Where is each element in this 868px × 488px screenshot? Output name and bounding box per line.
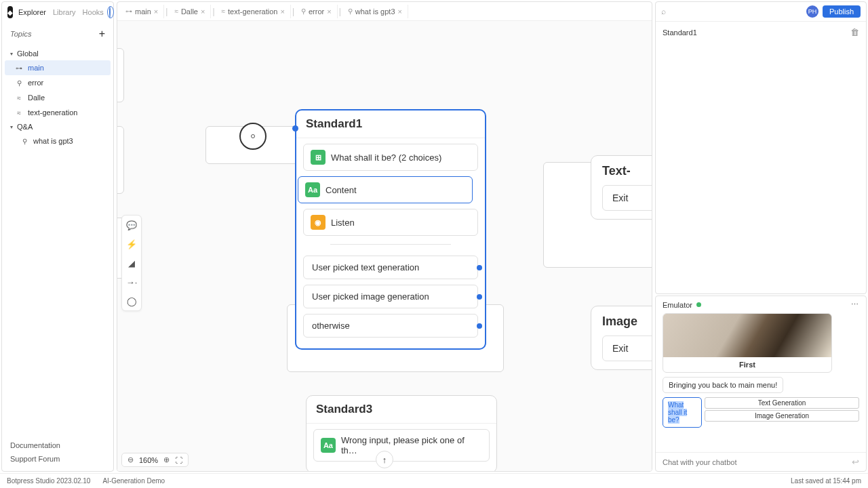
node-image-peek[interactable]: Image Exit (591, 306, 652, 370)
text-icon: Aa (305, 182, 320, 197)
choice-text-gen[interactable]: Text Generation (705, 397, 859, 409)
close-icon[interactable]: × (327, 7, 331, 16)
search-icon: ⌕ (661, 7, 666, 16)
tool-comment[interactable]: 💬 (125, 218, 138, 232)
last-saved: Last saved at 15:44 pm (791, 477, 861, 485)
branch-image[interactable]: User picked image generation (303, 285, 478, 308)
sidebar-item-error[interactable]: ⚲ error (5, 75, 111, 90)
tool-transition[interactable]: →· (125, 275, 138, 289)
card-listen[interactable]: ◉ Listen (303, 209, 478, 236)
tab-error[interactable]: ⚲error× (296, 5, 338, 18)
inspector-title: Standard1 (663, 28, 697, 37)
tool-chat[interactable]: ◯ (125, 294, 138, 308)
listen-icon: ◉ (311, 215, 326, 230)
card-wrong-input[interactable]: Aa Wrong input, please pick one of th… (313, 429, 490, 462)
tool-hook[interactable]: ◢ (125, 256, 138, 270)
card-choices[interactable]: ⊞ What shall it be? (2 choices) (303, 144, 478, 171)
port-in[interactable] (292, 125, 298, 131)
close-icon[interactable]: × (201, 7, 205, 16)
flow-icon: ⚲ (14, 78, 24, 87)
start-node[interactable] (239, 123, 267, 150)
app-logo: ◆ (7, 6, 13, 18)
zoom-fit-button[interactable]: ⛶ (175, 456, 182, 464)
zoom-level: 160% (139, 456, 158, 464)
node-text-peek[interactable]: Text- Exit (591, 155, 652, 220)
publish-button[interactable]: Publish (823, 5, 861, 18)
emulator-title: Emulator (663, 301, 692, 309)
tab-dalle[interactable]: ≈Dalle× (169, 5, 211, 18)
node-title: Image (602, 314, 652, 329)
chat-caption: First (663, 357, 831, 372)
topics-label: Topics (10, 30, 31, 38)
group-global[interactable]: ▾ Global (5, 47, 111, 60)
more-button[interactable]: ⋯ (851, 300, 859, 309)
right-rail: ⌕ PH Publish Standard1 🗑 Emulator ⋯ Firs… (655, 1, 867, 472)
bg-node (117, 126, 124, 194)
flow-icon: ⊶ (14, 63, 24, 73)
zoom-out-button[interactable]: ⊖ (127, 455, 134, 464)
close-icon[interactable]: × (398, 7, 402, 16)
node-title: Standard3 (307, 396, 496, 424)
tab-main[interactable]: ⊶main× (120, 5, 164, 18)
caret-down-icon: ▾ (10, 51, 13, 57)
branch-text[interactable]: User picked text generation (303, 256, 478, 279)
chat-image (663, 314, 831, 357)
topic-tree: ▾ Global ⊶ main ⚲ error ≈ Dalle ≈ text-g… (2, 45, 113, 433)
nav-explorer[interactable]: Explorer (18, 8, 46, 16)
globe-icon[interactable] (109, 6, 111, 18)
search-input[interactable] (670, 7, 802, 16)
sidebar-item-main[interactable]: ⊶ main (5, 60, 111, 75)
tool-action[interactable]: ⚡ (125, 237, 138, 251)
text-icon: Aa (321, 438, 336, 453)
zoom-controls: ⊖ 160% ⊕ ⛶ (121, 453, 189, 467)
group-qa[interactable]: ▾ Q&A (5, 120, 111, 134)
close-icon[interactable]: × (280, 7, 284, 16)
add-topic-button[interactable]: + (99, 28, 105, 40)
branch-otherwise[interactable]: otherwise (303, 314, 478, 338)
nav-tabs: Explorer Library Hooks (18, 8, 104, 16)
flow-icon: ≈ (14, 108, 24, 117)
caret-down-icon: ▾ (10, 124, 13, 130)
inspector-panel: ⌕ PH Publish Standard1 🗑 (655, 1, 867, 294)
sidebar: ◆ Explorer Library Hooks Topics + ▾ Glob… (1, 1, 114, 472)
close-icon[interactable]: × (154, 7, 158, 16)
choice-image-gen[interactable]: Image Generation (705, 410, 859, 422)
sidebar-item-textgen[interactable]: ≈ text-generation (5, 105, 111, 120)
nav-hooks[interactable]: Hooks (83, 8, 104, 16)
emulator-panel: Emulator ⋯ First Bringing you back to ma… (655, 296, 867, 472)
flow-icon: ≈ (14, 93, 24, 102)
choices-icon: ⊞ (311, 150, 326, 165)
card-content[interactable]: Aa Content (298, 176, 473, 203)
choice-row: What shall it be? Text Generation Image … (663, 397, 859, 428)
canvas-tools: 💬 ⚡ ◢ →· ◯ (121, 215, 142, 311)
nav-library[interactable]: Library (53, 8, 76, 16)
link-support[interactable]: Support Forum (10, 452, 105, 466)
scroll-up-button[interactable]: ↑ (376, 451, 393, 468)
zoom-in-button[interactable]: ⊕ (163, 455, 170, 464)
tab-gpt3[interactable]: ⚲what is gpt3× (342, 5, 408, 18)
node-standard3[interactable]: Standard3 Aa Wrong input, please pick on… (306, 395, 497, 471)
delete-button[interactable]: 🗑 (850, 27, 859, 37)
chat-log[interactable]: First Bringing you back to main menu! Wh… (656, 313, 866, 452)
flow-icon: ⚲ (20, 136, 29, 146)
sidebar-item-gpt3[interactable]: ⚲ what is gpt3 (5, 134, 111, 148)
editor-tabs: ⊶main× | ≈Dalle× | ≈text-generation× | ⚲… (117, 2, 652, 21)
sidebar-item-dalle[interactable]: ≈ Dalle (5, 90, 111, 105)
flow-canvas[interactable]: Standard1 ⊞ What shall it be? (2 choices… (117, 21, 652, 471)
chat-input[interactable] (663, 458, 852, 466)
link-documentation[interactable]: Documentation (10, 439, 105, 452)
tab-textgen[interactable]: ≈text-generation× (216, 5, 291, 18)
status-dot-icon (696, 302, 701, 307)
chat-card: First (663, 313, 832, 373)
exit-card[interactable]: Exit (602, 336, 652, 361)
status-bar: Botpress Studio 2023.02.10 AI-Generation… (0, 473, 868, 488)
user-avatar[interactable]: PH (806, 5, 818, 18)
node-title: Standard1 (296, 110, 485, 138)
send-button[interactable]: ↩ (852, 457, 859, 467)
node-standard1[interactable]: Standard1 ⊞ What shall it be? (2 choices… (295, 109, 486, 350)
bg-node (117, 48, 124, 102)
project-name: AI-Generation Demo (102, 477, 165, 485)
exit-card[interactable]: Exit (602, 185, 652, 211)
app-version: Botpress Studio 2023.02.10 (7, 477, 90, 485)
chat-bubble: Bringing you back to main menu! (663, 377, 783, 393)
